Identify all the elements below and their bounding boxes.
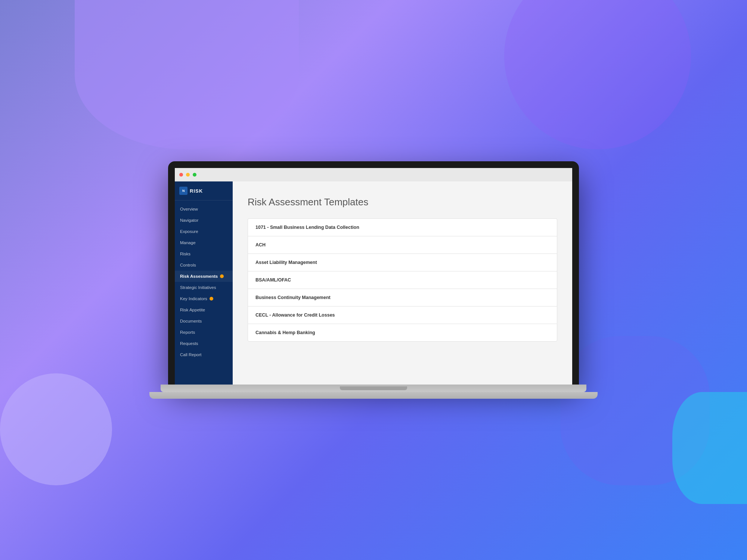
sidebar-item-risk-assessments[interactable]: Risk Assessments [175, 271, 233, 282]
sidebar: N RISK OverviewNavigatorExposureManageRi… [175, 181, 233, 385]
laptop-notch [340, 386, 407, 390]
sidebar-item-controls[interactable]: Controls [175, 259, 233, 271]
laptop-hinge [161, 385, 586, 392]
sidebar-nav: OverviewNavigatorExposureManageRisksCont… [175, 200, 233, 363]
template-item-t2[interactable]: ACH [248, 236, 557, 253]
nav-badge-key-indicators [210, 297, 213, 301]
sidebar-item-overview[interactable]: Overview [175, 203, 233, 215]
sidebar-item-requests[interactable]: Requests [175, 338, 233, 349]
nav-badge-risk-assessments [220, 274, 224, 278]
template-item-t4[interactable]: BSA/AML/OFAC [248, 271, 557, 289]
laptop-wrapper: N RISK OverviewNavigatorExposureManageRi… [168, 161, 579, 399]
maximize-dot [193, 173, 196, 177]
window-top-bar [175, 168, 572, 181]
main-content: Risk Assessment Templates 1071 - Small B… [233, 181, 572, 385]
template-list: 1071 - Small Business Lending Data Colle… [248, 218, 557, 342]
sidebar-logo: N RISK [175, 181, 233, 200]
template-item-t5[interactable]: Business Continuity Management [248, 289, 557, 306]
close-dot [179, 173, 183, 177]
sidebar-item-exposure[interactable]: Exposure [175, 226, 233, 237]
sidebar-item-reports[interactable]: Reports [175, 327, 233, 338]
template-item-t7[interactable]: Cannabis & Hemp Banking [248, 324, 557, 342]
sidebar-item-risks[interactable]: Risks [175, 248, 233, 259]
sidebar-item-documents[interactable]: Documents [175, 315, 233, 327]
template-item-t6[interactable]: CECL - Allowance for Credit Losses [248, 306, 557, 324]
sidebar-item-key-indicators[interactable]: Key Indicators [175, 293, 233, 304]
laptop-screen-bezel: N RISK OverviewNavigatorExposureManageRi… [168, 161, 579, 385]
laptop-screen: N RISK OverviewNavigatorExposureManageRi… [175, 168, 572, 385]
sidebar-item-call-report[interactable]: Call Report [175, 349, 233, 360]
laptop-base [149, 392, 598, 399]
page-title: Risk Assessment Templates [248, 196, 557, 208]
logo-name: RISK [190, 188, 203, 194]
sidebar-item-navigator[interactable]: Navigator [175, 215, 233, 226]
logo-icon: N [179, 187, 187, 195]
sidebar-item-risk-appetite[interactable]: Risk Appetite [175, 304, 233, 315]
minimize-dot [186, 173, 190, 177]
sidebar-item-manage[interactable]: Manage [175, 237, 233, 248]
sidebar-item-strategic-initiatives[interactable]: Strategic Initiatives [175, 282, 233, 293]
template-item-t3[interactable]: Asset Liability Management [248, 253, 557, 271]
template-item-t1[interactable]: 1071 - Small Business Lending Data Colle… [248, 218, 557, 236]
